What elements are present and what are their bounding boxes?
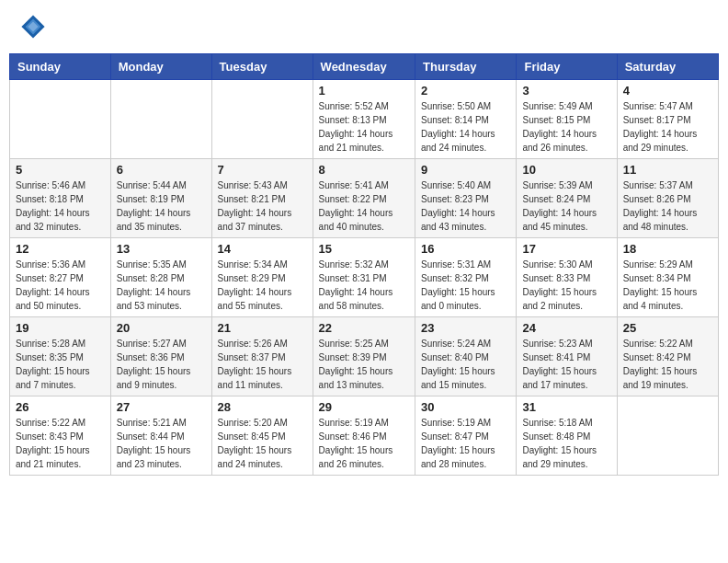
calendar-week-row: 19Sunrise: 5:28 AM Sunset: 8:35 PM Dayli… (10, 317, 719, 396)
day-number: 13 (117, 242, 206, 256)
day-number: 15 (319, 242, 409, 256)
col-header-saturday: Saturday (617, 54, 718, 80)
day-number: 24 (522, 321, 610, 335)
calendar-cell (110, 80, 211, 159)
calendar-cell: 15Sunrise: 5:32 AM Sunset: 8:31 PM Dayli… (313, 238, 415, 317)
day-number: 17 (522, 242, 610, 256)
day-info: Sunrise: 5:19 AM Sunset: 8:47 PM Dayligh… (421, 416, 510, 471)
day-info: Sunrise: 5:40 AM Sunset: 8:23 PM Dayligh… (421, 178, 510, 234)
calendar-cell: 13Sunrise: 5:35 AM Sunset: 8:28 PM Dayli… (110, 238, 211, 317)
day-number: 9 (421, 163, 510, 177)
calendar-cell: 2Sunrise: 5:50 AM Sunset: 8:14 PM Daylig… (415, 80, 517, 159)
calendar-week-row: 26Sunrise: 5:22 AM Sunset: 8:43 PM Dayli… (10, 396, 719, 476)
day-info: Sunrise: 5:50 AM Sunset: 8:14 PM Dayligh… (421, 99, 510, 155)
day-number: 10 (522, 163, 610, 177)
day-info: Sunrise: 5:22 AM Sunset: 8:42 PM Dayligh… (623, 337, 712, 392)
calendar-cell: 25Sunrise: 5:22 AM Sunset: 8:42 PM Dayli… (617, 317, 718, 396)
calendar-cell: 10Sunrise: 5:39 AM Sunset: 8:24 PM Dayli… (517, 159, 617, 238)
calendar-cell: 21Sunrise: 5:26 AM Sunset: 8:37 PM Dayli… (211, 317, 313, 396)
day-number: 22 (319, 321, 409, 335)
day-info: Sunrise: 5:47 AM Sunset: 8:17 PM Dayligh… (623, 99, 712, 155)
day-info: Sunrise: 5:46 AM Sunset: 8:18 PM Dayligh… (16, 178, 105, 234)
col-header-wednesday: Wednesday (313, 54, 415, 80)
day-number: 12 (16, 242, 105, 256)
day-number: 7 (218, 163, 307, 177)
calendar-cell: 1Sunrise: 5:52 AM Sunset: 8:13 PM Daylig… (313, 80, 415, 159)
calendar-table: SundayMondayTuesdayWednesdayThursdayFrid… (9, 53, 719, 476)
day-number: 11 (623, 163, 712, 177)
day-info: Sunrise: 5:35 AM Sunset: 8:28 PM Dayligh… (117, 258, 206, 313)
day-number: 27 (117, 400, 206, 414)
col-header-tuesday: Tuesday (211, 54, 313, 80)
day-number: 23 (421, 321, 510, 335)
day-info: Sunrise: 5:28 AM Sunset: 8:35 PM Dayligh… (16, 337, 105, 392)
day-number: 6 (117, 163, 206, 177)
day-info: Sunrise: 5:24 AM Sunset: 8:40 PM Dayligh… (421, 337, 510, 392)
day-info: Sunrise: 5:25 AM Sunset: 8:39 PM Dayligh… (319, 337, 409, 392)
col-header-friday: Friday (517, 54, 617, 80)
calendar-week-row: 12Sunrise: 5:36 AM Sunset: 8:27 PM Dayli… (10, 238, 719, 317)
day-info: Sunrise: 5:31 AM Sunset: 8:32 PM Dayligh… (421, 258, 510, 313)
day-number: 31 (522, 400, 610, 414)
calendar-cell: 7Sunrise: 5:43 AM Sunset: 8:21 PM Daylig… (211, 159, 313, 238)
calendar-cell: 11Sunrise: 5:37 AM Sunset: 8:26 PM Dayli… (617, 159, 718, 238)
calendar-cell: 30Sunrise: 5:19 AM Sunset: 8:47 PM Dayli… (415, 396, 517, 476)
day-number: 28 (218, 400, 307, 414)
calendar-week-row: 1Sunrise: 5:52 AM Sunset: 8:13 PM Daylig… (10, 80, 719, 159)
col-header-monday: Monday (110, 54, 211, 80)
day-info: Sunrise: 5:22 AM Sunset: 8:43 PM Dayligh… (16, 416, 105, 471)
day-info: Sunrise: 5:36 AM Sunset: 8:27 PM Dayligh… (16, 258, 105, 313)
calendar-cell: 26Sunrise: 5:22 AM Sunset: 8:43 PM Dayli… (10, 396, 111, 476)
calendar-cell: 5Sunrise: 5:46 AM Sunset: 8:18 PM Daylig… (10, 159, 111, 238)
day-number: 21 (218, 321, 307, 335)
page-header (9, 9, 719, 44)
day-info: Sunrise: 5:32 AM Sunset: 8:31 PM Dayligh… (319, 258, 409, 313)
day-info: Sunrise: 5:49 AM Sunset: 8:15 PM Dayligh… (522, 99, 610, 155)
day-number: 1 (319, 84, 409, 98)
calendar-header-row: SundayMondayTuesdayWednesdayThursdayFrid… (10, 54, 719, 80)
day-info: Sunrise: 5:30 AM Sunset: 8:33 PM Dayligh… (522, 258, 610, 313)
calendar-cell: 8Sunrise: 5:41 AM Sunset: 8:22 PM Daylig… (313, 159, 415, 238)
calendar-cell (10, 80, 111, 159)
calendar-cell: 16Sunrise: 5:31 AM Sunset: 8:32 PM Dayli… (415, 238, 517, 317)
day-info: Sunrise: 5:18 AM Sunset: 8:48 PM Dayligh… (522, 416, 610, 471)
day-number: 25 (623, 321, 712, 335)
col-header-thursday: Thursday (415, 54, 517, 80)
day-info: Sunrise: 5:20 AM Sunset: 8:45 PM Dayligh… (218, 416, 307, 471)
day-number: 19 (16, 321, 105, 335)
day-info: Sunrise: 5:39 AM Sunset: 8:24 PM Dayligh… (522, 178, 610, 234)
calendar-cell: 17Sunrise: 5:30 AM Sunset: 8:33 PM Dayli… (517, 238, 617, 317)
calendar-cell: 14Sunrise: 5:34 AM Sunset: 8:29 PM Dayli… (211, 238, 313, 317)
day-info: Sunrise: 5:29 AM Sunset: 8:34 PM Dayligh… (623, 258, 712, 313)
day-number: 30 (421, 400, 510, 414)
col-header-sunday: Sunday (10, 54, 111, 80)
calendar-cell: 4Sunrise: 5:47 AM Sunset: 8:17 PM Daylig… (617, 80, 718, 159)
calendar-cell: 23Sunrise: 5:24 AM Sunset: 8:40 PM Dayli… (415, 317, 517, 396)
logo (18, 14, 46, 40)
day-info: Sunrise: 5:27 AM Sunset: 8:36 PM Dayligh… (117, 337, 206, 392)
calendar-cell: 6Sunrise: 5:44 AM Sunset: 8:19 PM Daylig… (110, 159, 211, 238)
calendar-cell: 31Sunrise: 5:18 AM Sunset: 8:48 PM Dayli… (517, 396, 617, 476)
day-number: 2 (421, 84, 510, 98)
day-info: Sunrise: 5:41 AM Sunset: 8:22 PM Dayligh… (319, 178, 409, 234)
day-number: 5 (16, 163, 105, 177)
day-info: Sunrise: 5:19 AM Sunset: 8:46 PM Dayligh… (319, 416, 409, 471)
day-info: Sunrise: 5:21 AM Sunset: 8:44 PM Dayligh… (117, 416, 206, 471)
day-number: 18 (623, 242, 712, 256)
logo-icon (20, 14, 46, 40)
calendar-cell: 18Sunrise: 5:29 AM Sunset: 8:34 PM Dayli… (617, 238, 718, 317)
calendar-cell: 22Sunrise: 5:25 AM Sunset: 8:39 PM Dayli… (313, 317, 415, 396)
calendar-cell: 24Sunrise: 5:23 AM Sunset: 8:41 PM Dayli… (517, 317, 617, 396)
day-number: 3 (522, 84, 610, 98)
calendar-week-row: 5Sunrise: 5:46 AM Sunset: 8:18 PM Daylig… (10, 159, 719, 238)
day-number: 8 (319, 163, 409, 177)
calendar-cell (211, 80, 313, 159)
calendar-cell: 3Sunrise: 5:49 AM Sunset: 8:15 PM Daylig… (517, 80, 617, 159)
day-info: Sunrise: 5:43 AM Sunset: 8:21 PM Dayligh… (218, 178, 307, 234)
day-number: 29 (319, 400, 409, 414)
day-info: Sunrise: 5:44 AM Sunset: 8:19 PM Dayligh… (117, 178, 206, 234)
calendar-cell: 28Sunrise: 5:20 AM Sunset: 8:45 PM Dayli… (211, 396, 313, 476)
calendar-cell: 9Sunrise: 5:40 AM Sunset: 8:23 PM Daylig… (415, 159, 517, 238)
day-info: Sunrise: 5:23 AM Sunset: 8:41 PM Dayligh… (522, 337, 610, 392)
day-info: Sunrise: 5:26 AM Sunset: 8:37 PM Dayligh… (218, 337, 307, 392)
